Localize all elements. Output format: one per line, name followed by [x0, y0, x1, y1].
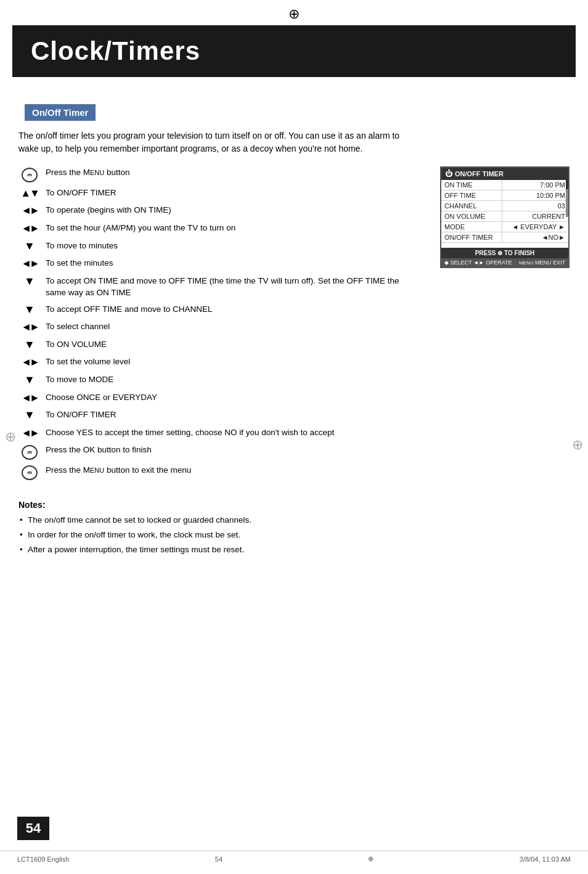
step-7-text: To accept ON TIME and move to OFF TIME (…: [46, 275, 422, 299]
table-cell-value: ◄ EVERYDAY ►: [502, 222, 568, 232]
section-header: On/Off Timer: [25, 104, 96, 121]
intro-text: The on/off timer lets you program your t…: [18, 129, 419, 155]
two-col-layout: m Press the MENU button ▲▼ To ON/OFF TIM…: [18, 166, 570, 484]
arrow-d-icon-5: ▼: [18, 240, 41, 253]
tv-screen-wrapper: ⏻ ON/OFF TIMER ON TIME 7:00 PM OFF TIME: [440, 166, 570, 268]
step-10-text: To ON VOLUME: [46, 338, 107, 351]
step-17-text: Press the MENU button to exit the menu: [46, 464, 191, 476]
table-cell-value: 03: [502, 201, 568, 211]
tv-screen: ⏻ ON/OFF TIMER ON TIME 7:00 PM OFF TIME: [440, 166, 570, 268]
title-bar: Clock/Timers: [12, 25, 576, 77]
step-2-text: To ON/OFF TIMER: [46, 187, 116, 199]
tv-screen-column: ⏻ ON/OFF TIMER ON TIME 7:00 PM OFF TIME: [440, 166, 570, 268]
step-9-text: To select channel: [46, 321, 110, 333]
step-6-text: To set the minutes: [46, 257, 113, 269]
step-5-text: To move to minutes: [46, 240, 118, 252]
step-14-text: To ON/OFF TIMER: [46, 409, 116, 421]
step-8: ▼ To accept OFF TIME and move to CHANNEL: [18, 303, 422, 317]
notes-section: Notes: The on/off time cannot be set to …: [0, 500, 588, 556]
table-cell-label: ON/OFF TIMER: [441, 232, 502, 243]
step-11: ◄► To set the volume level: [18, 356, 422, 369]
menu-label-small: MENU: [519, 260, 534, 266]
arrow-d-icon-12: ▼: [18, 374, 41, 387]
step-3-text: To operate (begins with ON TIME): [46, 204, 171, 216]
table-row: ON/OFF TIMER ◄NO►: [441, 232, 568, 243]
footer: LCT1609 English 54 ⊕ 3/8/04, 11:03 AM: [0, 851, 588, 863]
table-cell-value: ◄NO►: [502, 232, 568, 243]
table-row: ON TIME 7:00 PM: [441, 180, 568, 190]
step-1: m Press the MENU button: [18, 166, 422, 182]
step-1-text: Press the MENU button: [46, 166, 130, 179]
menu-icon-17: m: [18, 464, 41, 480]
step-4: ◄► To set the hour (AM/PM) you want the …: [18, 222, 422, 235]
step-12: ▼ To move to MODE: [18, 374, 422, 387]
top-compass-icon: ⊕: [0, 0, 588, 22]
step-11-text: To set the volume level: [46, 356, 130, 368]
footer-right: 3/8/04, 11:03 AM: [520, 856, 571, 863]
arrow-d-icon-14: ▼: [18, 409, 41, 422]
table-row: OFF TIME 10:00 PM: [441, 190, 568, 201]
step-15: ◄► Choose YES to accept the timer settin…: [18, 427, 422, 440]
step-13-text: Choose ONCE or EVERYDAY: [46, 391, 157, 404]
table-row: ON VOLUME CURRENT: [441, 211, 568, 222]
main-content: The on/off timer lets you program your t…: [0, 129, 588, 484]
step-16: m Press the OK button to finish: [18, 444, 422, 460]
table-cell-value: 10:00 PM: [502, 190, 568, 201]
press-ok-bar: PRESS ⊛ TO FINISH: [441, 248, 568, 258]
arrow-lr-icon-15: ◄►: [18, 427, 41, 440]
step-16-text: Press the OK button to finish: [46, 444, 152, 456]
arrow-lr-icon-6: ◄►: [18, 257, 41, 271]
arrow-lr-icon-11: ◄►: [18, 356, 41, 369]
step-13: ◄► Choose ONCE or EVERYDAY: [18, 391, 422, 405]
page: ⊕ Clock/Timers On/Off Timer The on/off t…: [0, 0, 588, 874]
note-item-2: In order for the on/off timer to work, t…: [18, 529, 570, 541]
footer-left: LCT1609 English: [17, 856, 69, 863]
notes-title: Notes:: [18, 500, 570, 510]
note-item-1: The on/off time cannot be set to locked …: [18, 515, 570, 526]
arrow-lr-icon-4: ◄►: [18, 222, 41, 235]
step-4-text: To set the hour (AM/PM) you want the TV …: [46, 222, 235, 234]
arrow-d-icon-7: ▼: [18, 275, 41, 288]
table-cell-label: CHANNEL: [441, 201, 502, 211]
step-15-text: Choose YES to accept the timer setting, …: [46, 427, 334, 439]
arrow-d-icon-8: ▼: [18, 303, 41, 317]
step-7: ▼ To accept ON TIME and move to OFF TIME…: [18, 275, 422, 299]
page-number: 54: [26, 820, 41, 836]
step-2: ▲▼ To ON/OFF TIMER: [18, 187, 422, 200]
steps-column: m Press the MENU button ▲▼ To ON/OFF TIM…: [18, 166, 422, 484]
arrow-lr-icon-13: ◄►: [18, 391, 41, 405]
table-row: MODE ◄ EVERYDAY ►: [441, 222, 568, 232]
table-cell-label: MODE: [441, 222, 502, 232]
nav-bar-left: ◆ SELECT ◄► OPERATE: [444, 259, 512, 266]
step-6: ◄► To set the minutes: [18, 257, 422, 271]
screen-title: ⏻ ON/OFF TIMER: [441, 168, 568, 180]
footer-right-compass: ⊕: [368, 855, 374, 863]
footer-center: 54: [215, 856, 223, 863]
table-cell-label: ON VOLUME: [441, 211, 502, 222]
arrow-lr-icon-3: ◄►: [18, 204, 41, 218]
power-icon: ⏻: [445, 169, 452, 178]
table-cell-value: CURRENT: [502, 211, 568, 222]
step-8-text: To accept OFF TIME and move to CHANNEL: [46, 303, 213, 316]
page-number-box: 54: [17, 817, 49, 840]
arrow-ud-icon-2: ▲▼: [18, 187, 41, 200]
table-row: CHANNEL 03: [441, 201, 568, 211]
ok-icon-16: m: [18, 444, 41, 460]
table-cell-label: ON TIME: [441, 180, 502, 190]
arrow-d-icon-10: ▼: [18, 338, 41, 352]
scroll-indicator: [566, 180, 568, 217]
step-10: ▼ To ON VOLUME: [18, 338, 422, 352]
page-title: Clock/Timers: [31, 36, 557, 66]
step-12-text: To move to MODE: [46, 374, 113, 386]
left-compass-icon: ⊕: [5, 429, 16, 445]
arrow-lr-icon-9: ◄►: [18, 321, 41, 334]
note-item-3: After a power interruption, the timer se…: [18, 544, 570, 556]
step-17: m Press the MENU button to exit the menu: [18, 464, 422, 480]
step-3: ◄► To operate (begins with ON TIME): [18, 204, 422, 218]
menu-icon-1: m: [18, 166, 41, 182]
nav-bar-right: MENU MENU EXIT: [519, 259, 565, 266]
step-9: ◄► To select channel: [18, 321, 422, 334]
step-14: ▼ To ON/OFF TIMER: [18, 409, 422, 422]
table-cell-value: 7:00 PM: [502, 180, 568, 190]
right-compass-icon: ⊕: [572, 437, 583, 453]
